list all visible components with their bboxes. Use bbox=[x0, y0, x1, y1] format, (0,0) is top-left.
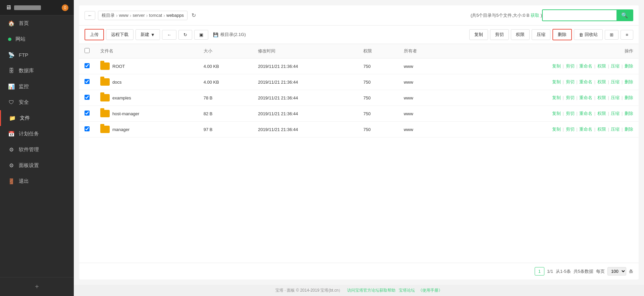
recycle-bin-button[interactable]: 🗑 回收站 bbox=[574, 29, 603, 40]
row-checkbox[interactable] bbox=[85, 63, 90, 68]
action-复制[interactable]: 复制 bbox=[552, 95, 561, 100]
footer-link-bt[interactable]: 宝塔论坛 bbox=[399, 288, 415, 293]
notification-badge[interactable]: 0 bbox=[62, 4, 68, 11]
action-separator: | bbox=[607, 111, 610, 116]
action-重命名[interactable]: 重命名 bbox=[579, 64, 592, 69]
toolbar-refresh-button[interactable]: ↻ bbox=[178, 30, 192, 40]
action-删除[interactable]: 删除 bbox=[625, 111, 633, 116]
copy-button[interactable]: 复制 bbox=[469, 29, 488, 40]
action-剪切[interactable]: 剪切 bbox=[566, 95, 575, 100]
action-权限[interactable]: 权限 bbox=[597, 127, 606, 132]
action-重命名[interactable]: 重命名 bbox=[579, 95, 592, 100]
footer-link-forum[interactable]: 访问宝塔官方论坛获取帮助 bbox=[347, 288, 395, 293]
breadcrumb-path: 根目录 › www › server › tomcat › webapps bbox=[98, 11, 187, 20]
action-复制[interactable]: 复制 bbox=[552, 127, 561, 132]
breadcrumb-item-root[interactable]: 根目录 bbox=[102, 12, 115, 18]
file-name[interactable]: host-manager bbox=[112, 111, 139, 116]
breadcrumb-item-www[interactable]: www bbox=[119, 13, 128, 18]
per-page-select[interactable]: 100 50 200 bbox=[607, 267, 626, 276]
upload-button[interactable]: 上传 bbox=[85, 29, 104, 40]
grid-view-button[interactable]: ⊞ bbox=[605, 30, 619, 40]
action-压缩[interactable]: 压缩 bbox=[611, 95, 620, 100]
row-checkbox[interactable] bbox=[85, 79, 90, 84]
action-separator: | bbox=[593, 79, 597, 84]
action-重命名[interactable]: 重命名 bbox=[579, 79, 592, 84]
page-1-button[interactable]: 1 bbox=[535, 267, 544, 276]
action-删除[interactable]: 删除 bbox=[625, 95, 633, 100]
sidebar-add-button[interactable]: + bbox=[0, 277, 74, 296]
file-name[interactable]: manager bbox=[112, 127, 129, 132]
action-压缩[interactable]: 压缩 bbox=[611, 111, 620, 116]
sidebar-item-website[interactable]: 网站 bbox=[0, 31, 74, 47]
action-复制[interactable]: 复制 bbox=[552, 79, 561, 84]
action-剪切[interactable]: 剪切 bbox=[566, 111, 575, 116]
cut-button[interactable]: 剪切 bbox=[490, 29, 509, 40]
action-删除[interactable]: 删除 bbox=[625, 64, 633, 69]
compress-button[interactable]: 压缩 bbox=[532, 29, 550, 40]
sidebar-item-security[interactable]: 🛡 安全 bbox=[0, 94, 74, 110]
footer-link-manual[interactable]: 《使用手册》 bbox=[418, 288, 442, 293]
action-复制[interactable]: 复制 bbox=[552, 64, 561, 69]
toolbar-right: 复制 剪切 权限 压缩 删除 🗑 回收站 ⊞ ≡ bbox=[469, 29, 633, 40]
action-压缩[interactable]: 压缩 bbox=[611, 64, 620, 69]
sidebar-item-crontab[interactable]: 📅 计划任务 bbox=[0, 126, 74, 142]
action-重命名[interactable]: 重命名 bbox=[579, 127, 592, 132]
action-权限[interactable]: 权限 bbox=[597, 79, 606, 84]
range-label: 从1-5条 bbox=[556, 268, 571, 274]
sidebar-item-panel[interactable]: ⚙ 面板设置 bbox=[0, 158, 74, 173]
action-重命名[interactable]: 重命名 bbox=[579, 111, 592, 116]
breadcrumb-item-webapps[interactable]: webapps bbox=[166, 13, 184, 18]
file-actions: 复制 | 剪切 | 重命名 | 权限 | 压缩 | 删除 bbox=[448, 74, 639, 90]
action-删除[interactable]: 删除 bbox=[625, 127, 633, 132]
sidebar-item-ftp[interactable]: 📡 FTP bbox=[0, 47, 74, 63]
sidebar: 🖥 0 🏠 首页 网站 📡 FTP 🗄 数据库 📊 监控 🛡 安全 � bbox=[0, 0, 74, 296]
toolbar-terminal-button[interactable]: ▣ bbox=[194, 30, 208, 40]
file-name[interactable]: ROOT bbox=[112, 64, 125, 69]
select-all-checkbox[interactable] bbox=[85, 48, 90, 53]
remote-download-button[interactable]: 远程下载 bbox=[106, 29, 133, 40]
database-icon: 🗄 bbox=[8, 68, 15, 74]
col-header-permission: 权限 bbox=[358, 44, 398, 58]
search-input[interactable] bbox=[543, 10, 616, 20]
breadcrumb-sep-1: › bbox=[116, 13, 118, 18]
action-复制[interactable]: 复制 bbox=[552, 111, 561, 116]
action-压缩[interactable]: 压缩 bbox=[611, 127, 620, 132]
monitor-nav-icon: 📊 bbox=[8, 83, 15, 90]
file-modified: 2019/11/21 21:36:44 bbox=[253, 106, 358, 122]
action-权限[interactable]: 权限 bbox=[597, 95, 606, 100]
row-checkbox[interactable] bbox=[85, 126, 90, 131]
row-checkbox[interactable] bbox=[85, 95, 90, 100]
file-owner: www bbox=[398, 90, 448, 106]
total-label: 共5条数据 bbox=[574, 268, 593, 274]
fetch-link[interactable]: 获取 bbox=[531, 13, 539, 18]
action-权限[interactable]: 权限 bbox=[597, 64, 606, 69]
action-separator: | bbox=[575, 64, 579, 69]
action-压缩[interactable]: 压缩 bbox=[611, 79, 620, 84]
action-剪切[interactable]: 剪切 bbox=[566, 79, 575, 84]
sidebar-item-file[interactable]: 📁 文件 bbox=[0, 110, 74, 126]
action-剪切[interactable]: 剪切 bbox=[566, 64, 575, 69]
sidebar-item-software[interactable]: ⚙ 软件管理 bbox=[0, 142, 74, 158]
per-page-label: 每页 bbox=[596, 268, 605, 274]
sidebar-item-monitor[interactable]: 📊 监控 bbox=[0, 79, 74, 94]
permission-button[interactable]: 权限 bbox=[511, 29, 530, 40]
file-name[interactable]: docs bbox=[112, 80, 121, 85]
breadcrumb-item-server[interactable]: server bbox=[133, 13, 145, 18]
breadcrumb-item-tomcat[interactable]: tomcat bbox=[149, 13, 162, 18]
list-view-button[interactable]: ≡ bbox=[621, 30, 633, 40]
action-权限[interactable]: 权限 bbox=[597, 111, 606, 116]
action-删除[interactable]: 删除 bbox=[625, 79, 633, 84]
sidebar-item-home[interactable]: 🏠 首页 bbox=[0, 15, 74, 31]
new-button[interactable]: 新建 ▼ bbox=[136, 29, 160, 40]
file-name[interactable]: examples bbox=[112, 95, 131, 100]
sidebar-item-logout[interactable]: 🚪 退出 bbox=[0, 173, 74, 189]
action-剪切[interactable]: 剪切 bbox=[566, 127, 575, 132]
breadcrumb-refresh-button[interactable]: ↻ bbox=[192, 12, 196, 18]
search-button[interactable]: 🔍 bbox=[616, 10, 633, 20]
breadcrumb-back-button[interactable]: ← bbox=[85, 11, 95, 20]
row-checkbox[interactable] bbox=[85, 111, 90, 116]
delete-button[interactable]: 删除 bbox=[552, 29, 572, 40]
file-size: 4.00 KB bbox=[198, 58, 253, 74]
toolbar-back-button[interactable]: ← bbox=[162, 30, 176, 40]
sidebar-item-database[interactable]: 🗄 数据库 bbox=[0, 63, 74, 79]
